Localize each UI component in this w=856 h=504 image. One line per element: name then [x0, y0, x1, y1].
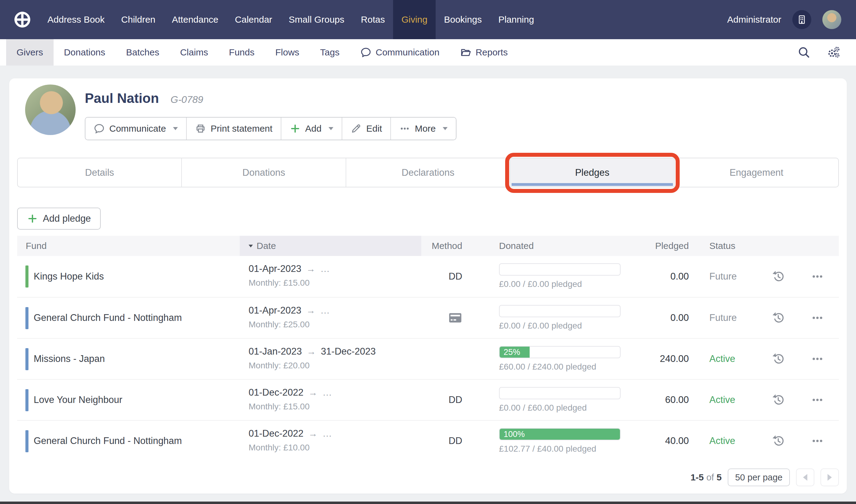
window-bottom-edge: [0, 502, 856, 504]
action-icon: [290, 123, 301, 134]
fund-color-bar: [25, 348, 29, 370]
donated-cell: £0.00 / £60.00 pledged: [499, 387, 622, 413]
donated-progress-bar: [499, 305, 621, 317]
top-nav-item[interactable]: Giving: [393, 0, 436, 39]
top-nav-item[interactable]: Children: [113, 0, 164, 39]
pledge-frequency: Monthly: £20.00: [249, 361, 376, 371]
method-label: DD: [448, 435, 462, 447]
pledge-row[interactable]: Love Your Neighbour 01-Dec-2022 → … Mont…: [17, 379, 839, 420]
donated-progress-bar: 25%: [499, 346, 621, 358]
row-actions-button[interactable]: [811, 256, 824, 297]
sub-nav-item-label: Communication: [376, 47, 439, 57]
giver-profile-card: Paul Nation G-0789 Communicate Print sta…: [9, 78, 847, 493]
chevron-right-icon: [827, 474, 832, 481]
column-header-date[interactable]: Date: [240, 236, 421, 256]
sort-descending-icon: [249, 245, 253, 247]
profile-action-button[interactable]: Communicate: [85, 118, 186, 140]
row-actions-button[interactable]: [811, 298, 824, 338]
profile-tab[interactable]: Pledges: [510, 158, 674, 187]
column-header-method[interactable]: Method: [432, 236, 462, 256]
profile-action-button[interactable]: Print statement: [186, 118, 281, 140]
sub-nav-item[interactable]: Donations: [54, 39, 116, 66]
sub-nav-item-label: Batches: [126, 47, 159, 57]
sub-nav-item-label: Reports: [476, 47, 507, 57]
action-icon: [195, 123, 206, 134]
row-actions-button[interactable]: [811, 380, 824, 420]
top-nav-item[interactable]: Calendar: [227, 0, 281, 39]
method-label: DD: [448, 271, 462, 282]
top-nav-item[interactable]: Attendance: [164, 0, 227, 39]
profile-action-button[interactable]: More: [390, 118, 456, 140]
pledge-row[interactable]: General Church Fund - Nottingham 01-Apr-…: [17, 297, 839, 338]
pledge-history-button[interactable]: [771, 421, 786, 461]
top-nav-item[interactable]: Address Book: [39, 0, 113, 39]
top-nav-item[interactable]: Rotas: [353, 0, 393, 39]
giving-sub-nav: Givers Donations Batches Claims Funds Fl…: [0, 39, 856, 66]
column-header-donated[interactable]: Donated: [499, 236, 534, 256]
profile-tab[interactable]: Details: [18, 158, 181, 187]
donated-cell: 25% £60.00 / £240.00 pledged: [499, 346, 622, 372]
user-avatar[interactable]: [822, 10, 841, 29]
sub-nav-item-label: Donations: [64, 47, 105, 57]
ellipsis-icon: [811, 393, 824, 407]
profile-action-button[interactable]: Add: [281, 118, 342, 140]
pledge-start-date: 01-Apr-2023: [249, 305, 301, 316]
status-label: Future: [709, 298, 737, 338]
range-total: 5: [717, 472, 722, 482]
page-size-select[interactable]: 50 per page: [728, 468, 790, 486]
next-page-button[interactable]: [820, 468, 839, 486]
top-nav-item[interactable]: Small Groups: [281, 0, 353, 39]
pledge-end-date: …: [320, 305, 330, 316]
app-logo-icon[interactable]: [12, 10, 33, 30]
row-actions-button[interactable]: [811, 421, 824, 461]
sub-nav-item[interactable]: Flows: [265, 39, 309, 66]
date-arrow-icon: →: [306, 305, 315, 316]
pagination: 1-5 of 5 50 per page: [690, 468, 839, 487]
pledge-start-date: 01-Apr-2023: [249, 263, 301, 274]
search-icon[interactable]: [797, 46, 811, 59]
action-label: Communicate: [109, 123, 166, 134]
pledge-row[interactable]: General Church Fund - Nottingham 01-Dec-…: [17, 420, 839, 461]
chevron-down-icon: [173, 127, 178, 130]
sub-nav-item[interactable]: Reports: [450, 39, 518, 66]
pledge-history-button[interactable]: [771, 380, 786, 420]
progress-percent-label: 25%: [500, 347, 520, 357]
fund-name: Kings Hope Kids: [34, 256, 104, 297]
ellipsis-icon: [811, 352, 824, 365]
column-header-pledged[interactable]: Pledged: [655, 236, 689, 256]
sub-nav-item[interactable]: Tags: [310, 39, 350, 66]
profile-tab[interactable]: Donations: [181, 158, 345, 187]
sub-nav-item[interactable]: Funds: [219, 39, 265, 66]
pledge-history-button[interactable]: [771, 298, 786, 338]
pledged-amount: 0.00: [671, 256, 689, 297]
method-cell: DD: [448, 380, 462, 420]
pledge-row[interactable]: Kings Hope Kids 01-Apr-2023 → … Monthly:…: [17, 256, 839, 297]
sub-nav-item-icon: [460, 47, 471, 58]
sub-nav-item[interactable]: Communication: [350, 39, 450, 66]
column-header-fund[interactable]: Fund: [26, 236, 47, 256]
giver-header: Paul Nation G-0789: [85, 91, 203, 106]
organisation-switcher-button[interactable]: [792, 10, 811, 29]
giver-reference: G-0789: [171, 94, 203, 105]
pledge-history-button[interactable]: [771, 256, 786, 297]
sub-nav-item[interactable]: Batches: [116, 39, 170, 66]
column-header-status[interactable]: Status: [709, 236, 735, 256]
pledge-history-button[interactable]: [771, 339, 786, 379]
top-nav-item[interactable]: Bookings: [436, 0, 490, 39]
pledge-row[interactable]: Missions - Japan 01-Jan-2023 → 31-Dec-20…: [17, 338, 839, 379]
previous-page-button[interactable]: [796, 468, 814, 486]
user-role-label: Administrator: [727, 14, 781, 25]
profile-tab[interactable]: Declarations: [346, 158, 510, 187]
profile-action-button[interactable]: Edit: [342, 118, 390, 140]
sub-nav-item[interactable]: Claims: [170, 39, 219, 66]
row-actions-button[interactable]: [811, 339, 824, 379]
top-nav-item-label: Rotas: [361, 14, 385, 25]
profile-tab[interactable]: Engagement: [674, 158, 838, 187]
sub-nav-item[interactable]: Givers: [6, 39, 54, 66]
add-pledge-button[interactable]: Add pledge: [17, 208, 101, 230]
top-nav-item[interactable]: Planning: [490, 0, 542, 39]
giver-photo: [25, 85, 76, 135]
settings-gears-icon[interactable]: [826, 46, 840, 59]
status-label: Active: [709, 421, 735, 461]
donated-cell: £0.00 / £0.00 pledged: [499, 263, 622, 289]
